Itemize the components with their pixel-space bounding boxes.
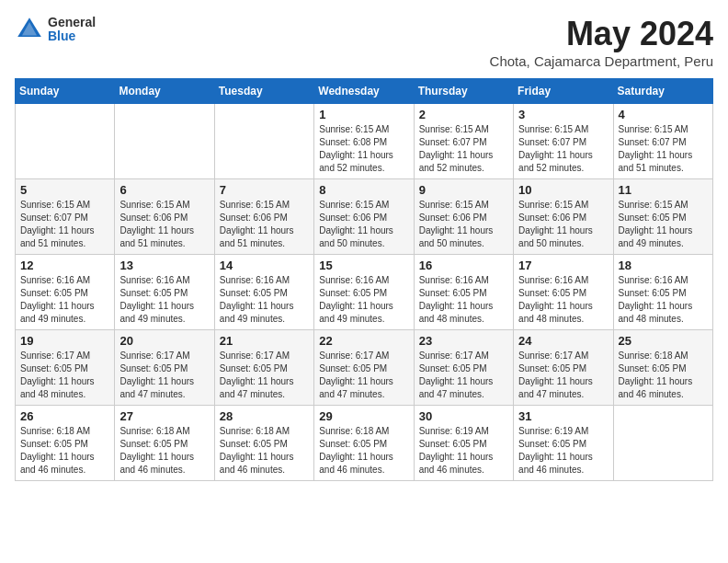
day-info: Sunrise: 6:18 AM Sunset: 6:05 PM Dayligh… [619, 350, 708, 401]
day-info: Sunrise: 6:17 AM Sunset: 6:05 PM Dayligh… [319, 350, 408, 401]
day-number: 2 [419, 108, 508, 121]
day-number: 28 [220, 409, 309, 423]
day-number: 18 [619, 259, 708, 272]
day-number: 23 [419, 334, 508, 348]
calendar-cell: 4Sunrise: 6:15 AM Sunset: 6:07 PM Daylig… [613, 104, 712, 179]
day-info: Sunrise: 6:17 AM Sunset: 6:05 PM Dayligh… [20, 350, 109, 401]
logo-general: General [48, 16, 96, 29]
day-info: Sunrise: 6:16 AM Sunset: 6:05 PM Dayligh… [419, 274, 508, 326]
day-info: Sunrise: 6:15 AM Sunset: 6:07 PM Dayligh… [518, 123, 608, 175]
calendar-cell: 12Sunrise: 6:16 AM Sunset: 6:05 PM Dayli… [16, 255, 115, 330]
calendar-cell: 27Sunrise: 6:18 AM Sunset: 6:05 PM Dayli… [115, 406, 214, 481]
day-number: 29 [319, 409, 408, 423]
day-info: Sunrise: 6:15 AM Sunset: 6:06 PM Dayligh… [319, 199, 408, 250]
day-number: 12 [20, 259, 109, 272]
calendar-cell [16, 104, 115, 179]
day-number: 20 [119, 334, 209, 348]
weekday-header: Wednesday [314, 79, 414, 104]
day-info: Sunrise: 6:15 AM Sunset: 6:05 PM Dayligh… [619, 199, 708, 250]
day-info: Sunrise: 6:16 AM Sunset: 6:05 PM Dayligh… [20, 274, 109, 326]
day-info: Sunrise: 6:15 AM Sunset: 6:06 PM Dayligh… [119, 199, 209, 250]
title-block: May 2024 Chota, Cajamarca Department, Pe… [490, 15, 713, 69]
calendar-cell: 29Sunrise: 6:18 AM Sunset: 6:05 PM Dayli… [314, 406, 414, 481]
logo: General Blue [15, 15, 96, 44]
day-number: 15 [319, 259, 408, 272]
day-info: Sunrise: 6:15 AM Sunset: 6:07 PM Dayligh… [419, 123, 508, 175]
day-info: Sunrise: 6:16 AM Sunset: 6:05 PM Dayligh… [518, 274, 608, 326]
day-number: 3 [518, 108, 608, 121]
calendar-cell: 18Sunrise: 6:16 AM Sunset: 6:05 PM Dayli… [613, 255, 712, 330]
day-number: 11 [619, 183, 708, 197]
calendar-cell: 16Sunrise: 6:16 AM Sunset: 6:05 PM Dayli… [414, 255, 513, 330]
calendar-week-row: 5Sunrise: 6:15 AM Sunset: 6:07 PM Daylig… [16, 179, 713, 255]
day-info: Sunrise: 6:15 AM Sunset: 6:06 PM Dayligh… [220, 199, 309, 250]
calendar-cell: 13Sunrise: 6:16 AM Sunset: 6:05 PM Dayli… [115, 255, 214, 330]
calendar-cell: 14Sunrise: 6:16 AM Sunset: 6:05 PM Dayli… [214, 255, 313, 330]
logo-blue: Blue [48, 29, 96, 43]
calendar-week-row: 12Sunrise: 6:16 AM Sunset: 6:05 PM Dayli… [16, 255, 713, 330]
calendar-cell: 5Sunrise: 6:15 AM Sunset: 6:07 PM Daylig… [16, 179, 115, 255]
day-info: Sunrise: 6:17 AM Sunset: 6:05 PM Dayligh… [419, 350, 508, 401]
calendar-cell: 21Sunrise: 6:17 AM Sunset: 6:05 PM Dayli… [214, 330, 313, 406]
calendar-cell: 6Sunrise: 6:15 AM Sunset: 6:06 PM Daylig… [115, 179, 214, 255]
day-info: Sunrise: 6:15 AM Sunset: 6:08 PM Dayligh… [319, 123, 408, 175]
calendar-cell: 8Sunrise: 6:15 AM Sunset: 6:06 PM Daylig… [314, 179, 414, 255]
day-info: Sunrise: 6:17 AM Sunset: 6:05 PM Dayligh… [119, 350, 209, 401]
calendar-cell: 23Sunrise: 6:17 AM Sunset: 6:05 PM Dayli… [414, 330, 513, 406]
calendar-cell: 9Sunrise: 6:15 AM Sunset: 6:06 PM Daylig… [414, 179, 513, 255]
day-number: 9 [419, 183, 508, 197]
calendar-cell: 19Sunrise: 6:17 AM Sunset: 6:05 PM Dayli… [16, 330, 115, 406]
day-number: 31 [518, 409, 608, 423]
day-number: 5 [20, 183, 109, 197]
day-number: 6 [119, 183, 209, 197]
day-info: Sunrise: 6:15 AM Sunset: 6:06 PM Dayligh… [419, 199, 508, 250]
weekday-header: Monday [115, 79, 214, 104]
calendar-cell: 20Sunrise: 6:17 AM Sunset: 6:05 PM Dayli… [115, 330, 214, 406]
calendar-cell: 31Sunrise: 6:19 AM Sunset: 6:05 PM Dayli… [514, 406, 613, 481]
weekday-header: Thursday [414, 79, 513, 104]
day-info: Sunrise: 6:19 AM Sunset: 6:05 PM Dayligh… [419, 425, 508, 477]
day-info: Sunrise: 6:15 AM Sunset: 6:06 PM Dayligh… [518, 199, 608, 250]
calendar-week-row: 26Sunrise: 6:18 AM Sunset: 6:05 PM Dayli… [16, 406, 713, 481]
day-number: 1 [319, 108, 408, 121]
weekday-header: Sunday [16, 79, 115, 104]
calendar-table: SundayMondayTuesdayWednesdayThursdayFrid… [15, 78, 713, 481]
day-number: 26 [20, 409, 109, 423]
day-number: 22 [319, 334, 408, 348]
calendar-cell: 10Sunrise: 6:15 AM Sunset: 6:06 PM Dayli… [514, 179, 613, 255]
day-info: Sunrise: 6:16 AM Sunset: 6:05 PM Dayligh… [220, 274, 309, 326]
day-info: Sunrise: 6:15 AM Sunset: 6:07 PM Dayligh… [619, 123, 708, 175]
calendar-cell: 24Sunrise: 6:17 AM Sunset: 6:05 PM Dayli… [514, 330, 613, 406]
day-number: 10 [518, 183, 608, 197]
calendar-cell: 30Sunrise: 6:19 AM Sunset: 6:05 PM Dayli… [414, 406, 513, 481]
day-info: Sunrise: 6:15 AM Sunset: 6:07 PM Dayligh… [20, 199, 109, 250]
day-number: 16 [419, 259, 508, 272]
day-info: Sunrise: 6:19 AM Sunset: 6:05 PM Dayligh… [518, 425, 608, 477]
day-info: Sunrise: 6:18 AM Sunset: 6:05 PM Dayligh… [319, 425, 408, 477]
calendar-cell: 2Sunrise: 6:15 AM Sunset: 6:07 PM Daylig… [414, 104, 513, 179]
calendar-cell [214, 104, 313, 179]
calendar-week-row: 1Sunrise: 6:15 AM Sunset: 6:08 PM Daylig… [16, 104, 713, 179]
calendar-week-row: 19Sunrise: 6:17 AM Sunset: 6:05 PM Dayli… [16, 330, 713, 406]
location: Chota, Cajamarca Department, Peru [490, 53, 713, 69]
day-info: Sunrise: 6:17 AM Sunset: 6:05 PM Dayligh… [518, 350, 608, 401]
day-info: Sunrise: 6:16 AM Sunset: 6:05 PM Dayligh… [319, 274, 408, 326]
weekday-header: Tuesday [214, 79, 313, 104]
day-number: 13 [119, 259, 209, 272]
page-header: General Blue May 2024 Chota, Cajamarca D… [15, 15, 713, 69]
day-info: Sunrise: 6:18 AM Sunset: 6:05 PM Dayligh… [119, 425, 209, 477]
calendar-cell: 3Sunrise: 6:15 AM Sunset: 6:07 PM Daylig… [514, 104, 613, 179]
day-number: 14 [220, 259, 309, 272]
day-number: 19 [20, 334, 109, 348]
day-number: 4 [619, 108, 708, 121]
day-number: 8 [319, 183, 408, 197]
logo-icon [15, 15, 44, 44]
day-info: Sunrise: 6:18 AM Sunset: 6:05 PM Dayligh… [20, 425, 109, 477]
calendar-cell: 7Sunrise: 6:15 AM Sunset: 6:06 PM Daylig… [214, 179, 313, 255]
calendar-cell [613, 406, 712, 481]
day-number: 24 [518, 334, 608, 348]
day-number: 25 [619, 334, 708, 348]
calendar-cell: 28Sunrise: 6:18 AM Sunset: 6:05 PM Dayli… [214, 406, 313, 481]
calendar-cell [115, 104, 214, 179]
day-info: Sunrise: 6:18 AM Sunset: 6:05 PM Dayligh… [220, 425, 309, 477]
